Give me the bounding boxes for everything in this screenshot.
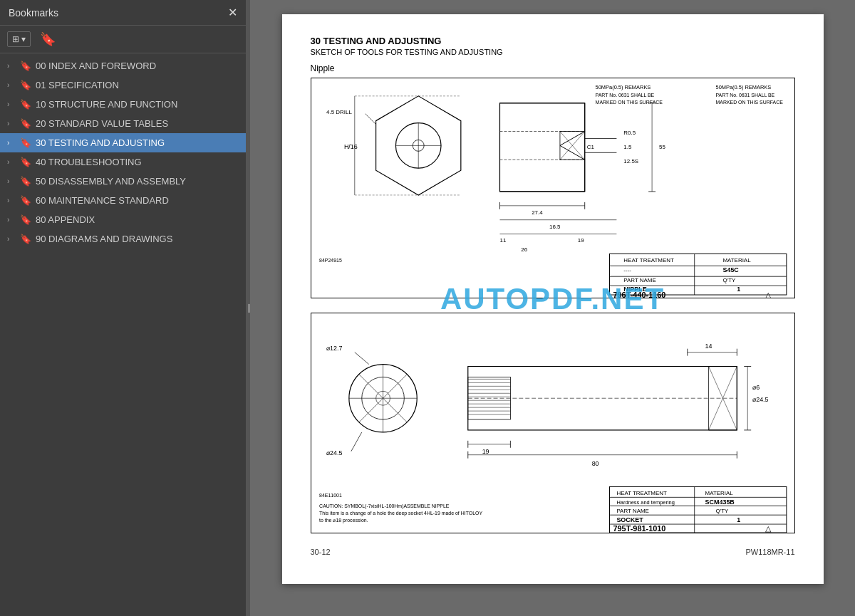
bookmark-icon-80: 🔖 [20, 214, 31, 225]
svg-text:PART NAME: PART NAME [616, 508, 648, 514]
sidebar-item-60[interactable]: › 🔖 60 MAINTENANCE STANDARD [0, 191, 246, 210]
bookmark-button[interactable]: 🔖 [36, 30, 59, 48]
chevron-right-icon-01: › [7, 81, 16, 89]
svg-text:27.4: 27.4 [532, 209, 543, 216]
svg-text:△: △ [765, 524, 772, 533]
svg-text:This item is a change of a hol: This item is a change of a hole the deep… [319, 511, 482, 516]
sidebar-toolbar: ⊞ ▾ 🔖 [0, 26, 246, 53]
svg-text:S45C: S45C [722, 266, 739, 273]
sidebar-item-01[interactable]: › 🔖 01 SPECIFICATION [0, 75, 246, 95]
svg-text:50MPa(0.5) REMARKS: 50MPa(0.5) REMARKS [715, 84, 771, 90]
sidebar-item-80[interactable]: › 🔖 80 APPENDIX [0, 210, 246, 229]
svg-text:⌀24.5: ⌀24.5 [752, 396, 768, 403]
svg-text:26: 26 [521, 246, 527, 253]
page-footer: 30-12 PW118MR-11 [311, 548, 795, 556]
footer-document-id: PW118MR-11 [745, 548, 794, 556]
bookmark-list: › 🔖 00 INDEX AND FOREWORD › 🔖 01 SPECIFI… [0, 53, 246, 616]
svg-rect-11 [499, 103, 584, 192]
sidebar-item-label-40: 40 TROUBLESHOOTING [36, 157, 142, 167]
svg-text:PART No. 0631 SHALL BE: PART No. 0631 SHALL BE [595, 93, 654, 98]
expand-collapse-button[interactable]: ⊞ ▾ [7, 31, 31, 47]
chevron-down-icon: ▾ [21, 34, 26, 44]
bookmark-icon-40: 🔖 [20, 157, 31, 167]
svg-text:H/16: H/16 [343, 143, 357, 150]
drawing-svg-1: H/16 4.5 DRILL [311, 78, 794, 298]
bookmark-icon-toolbar: 🔖 [40, 32, 56, 46]
chevron-right-icon-20: › [7, 120, 16, 127]
svg-text:14: 14 [705, 343, 712, 350]
svg-text:----: ---- [623, 267, 631, 273]
svg-text:80: 80 [591, 460, 598, 467]
sidebar-item-label-00: 00 INDEX AND FOREWORD [36, 61, 156, 71]
svg-text:MATERIAL: MATERIAL [722, 257, 751, 263]
bookmark-icon-90: 🔖 [20, 234, 31, 244]
sidebar-item-label-60: 60 MAINTENANCE STANDARD [36, 195, 169, 206]
svg-text:CAUTION: SYMBOL(-7xisiHL-100Hm: CAUTION: SYMBOL(-7xisiHL-100Hm)ASSEMBLE … [319, 503, 450, 509]
sidebar-item-label-20: 20 STANDARD VALUE TABLES [36, 118, 168, 129]
bookmark-icon-50: 🔖 [20, 176, 31, 187]
svg-text:C1: C1 [586, 144, 594, 150]
sidebar-item-20[interactable]: › 🔖 20 STANDARD VALUE TABLES [0, 114, 246, 133]
drawing-box-1: H/16 4.5 DRILL [311, 78, 795, 298]
sidebar-item-40[interactable]: › 🔖 40 TROUBLESHOOTING [0, 152, 246, 172]
sidebar-item-00[interactable]: › 🔖 00 INDEX AND FOREWORD [0, 56, 246, 75]
svg-text:SCM435B: SCM435B [705, 498, 735, 506]
chevron-right-icon-10: › [7, 100, 16, 108]
sidebar-title: Bookmarks [9, 7, 58, 19]
sidebar-item-50[interactable]: › 🔖 50 DISASSEMBLY AND ASSEMBLY [0, 172, 246, 191]
svg-text:MATERIAL: MATERIAL [705, 490, 733, 496]
sidebar-item-10[interactable]: › 🔖 10 STRUCTURE AND FUNCTION [0, 95, 246, 114]
svg-text:1: 1 [737, 516, 740, 523]
svg-text:HEAT TREATMENT: HEAT TREATMENT [623, 257, 674, 263]
bookmark-icon-30: 🔖 [20, 137, 31, 148]
svg-text:PART No. 0631 SHALL BE: PART No. 0631 SHALL BE [715, 93, 774, 98]
main-content: 30 TESTING AND ADJUSTING SKETCH OF TOOLS… [250, 0, 855, 616]
svg-text:1.5: 1.5 [623, 144, 632, 150]
bookmark-icon-10: 🔖 [20, 99, 31, 110]
sidebar-item-label-10: 10 STRUCTURE AND FUNCTION [36, 99, 177, 110]
svg-text:△: △ [765, 291, 772, 298]
svg-text:12.5S: 12.5S [623, 158, 638, 165]
svg-text:⌀6: ⌀6 [752, 384, 760, 391]
close-button[interactable]: ✕ [228, 6, 237, 19]
sidebar-item-30[interactable]: › 🔖 30 TESTING AND ADJUSTING [0, 133, 246, 152]
svg-text:⌀12.7: ⌀12.7 [326, 345, 342, 352]
svg-text:84P24915: 84P24915 [319, 258, 342, 263]
svg-text:11: 11 [499, 238, 506, 244]
chevron-right-icon-30: › [7, 139, 16, 147]
sidebar-item-label-80: 80 APPENDIX [36, 214, 95, 225]
chevron-right-icon-50: › [7, 177, 16, 185]
bookmark-icon-00: 🔖 [20, 61, 31, 71]
svg-text:795T-981-1010: 795T-981-1010 [613, 524, 665, 533]
sidebar-item-90[interactable]: › 🔖 90 DIAGRAMS AND DRAWINGS [0, 229, 246, 249]
svg-text:55: 55 [659, 144, 665, 150]
sidebar-item-label-50: 50 DISASSEMBLY AND ASSEMBLY [36, 176, 186, 187]
sidebar: Bookmarks ✕ ⊞ ▾ 🔖 › 🔖 00 INDEX AND FOREW… [0, 0, 246, 616]
sidebar-item-label-90: 90 DIAGRAMS AND DRAWINGS [36, 234, 172, 244]
svg-text:HEAT TREATMENT: HEAT TREATMENT [616, 490, 667, 496]
nipple-label: Nipple [311, 63, 795, 73]
svg-line-10 [365, 114, 375, 125]
chevron-right-icon-80: › [7, 216, 16, 224]
svg-marker-12 [499, 103, 584, 192]
svg-text:16.5: 16.5 [549, 224, 561, 230]
chevron-right-icon-60: › [7, 197, 16, 204]
sidebar-header: Bookmarks ✕ [0, 0, 246, 26]
sidebar-item-label-30: 30 TESTING AND ADJUSTING [36, 137, 165, 148]
svg-text:796T-440-1160: 796T-440-1160 [613, 291, 665, 298]
page-container: 30 TESTING AND ADJUSTING SKETCH OF TOOLS… [282, 14, 824, 584]
bookmark-icon-60: 🔖 [20, 195, 31, 206]
drawing-box-2: ⌀12.7 ⌀24.5 [311, 313, 795, 533]
svg-text:PART NAME: PART NAME [623, 277, 656, 283]
svg-text:MARKED ON THIS SURFACE: MARKED ON THIS SURFACE [595, 100, 663, 105]
svg-text:19: 19 [482, 448, 489, 455]
svg-text:Q'TY: Q'TY [722, 277, 736, 283]
svg-text:84E11001: 84E11001 [319, 493, 342, 498]
chevron-right-icon: › [7, 62, 16, 70]
svg-text:SOCKET: SOCKET [616, 516, 643, 523]
drawing-svg-2: ⌀12.7 ⌀24.5 [311, 313, 794, 533]
bookmark-icon-01: 🔖 [20, 80, 31, 90]
svg-text:Q'TY: Q'TY [715, 508, 729, 514]
svg-text:⌀24.5: ⌀24.5 [326, 449, 342, 456]
bookmark-icon-20: 🔖 [20, 118, 31, 129]
